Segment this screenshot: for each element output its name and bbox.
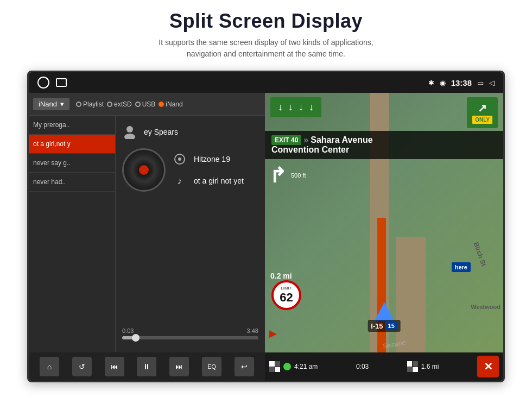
interstate-shield: 15 bbox=[385, 322, 397, 330]
total-time: 3:48 bbox=[247, 327, 258, 334]
next-button[interactable]: ⏭ bbox=[169, 357, 189, 376]
status-time: 13:38 bbox=[451, 78, 472, 87]
distance-display: 0.2 mi bbox=[270, 272, 292, 280]
eq-button[interactable]: EQ bbox=[202, 357, 221, 376]
screen-icon: ▭ bbox=[477, 79, 484, 87]
prev-button[interactable]: ⏮ bbox=[105, 357, 124, 376]
turn-ft: 500 ft bbox=[291, 172, 306, 179]
flag-end-icon bbox=[407, 361, 418, 372]
status-right: ✱ ◉ 13:38 ▭ ◁ bbox=[428, 78, 495, 87]
source-dropdown[interactable]: iNand ▾ bbox=[33, 98, 69, 110]
nav-street: Sahara Avenue bbox=[311, 135, 372, 145]
arrow-2: ↓ bbox=[288, 102, 293, 113]
svg-point-0 bbox=[126, 126, 133, 133]
inand-radio bbox=[159, 102, 164, 107]
only-arrow: ↗ bbox=[478, 102, 487, 115]
source-tab-inand[interactable]: iNand bbox=[159, 100, 182, 108]
bluetooth-icon: ✱ bbox=[428, 79, 434, 87]
only-badge: ONLY bbox=[472, 116, 492, 124]
here-badge: here bbox=[452, 262, 471, 272]
album-row: Hitzone 19 ♪ ot a girl not yet bbox=[122, 148, 258, 192]
song-item-1[interactable]: My preroga.. bbox=[29, 116, 115, 135]
arrow-1: ↓ bbox=[278, 102, 283, 113]
back-button[interactable]: ↩ bbox=[235, 357, 254, 376]
source-bar: iNand ▾ Playlist extSD bbox=[29, 93, 265, 116]
song-item-3[interactable]: never say g.. bbox=[29, 154, 115, 173]
flag-start-icon bbox=[269, 361, 280, 372]
playlist-radio bbox=[76, 102, 81, 107]
location-icon: ◉ bbox=[440, 79, 446, 87]
highway-label: I-15 bbox=[371, 322, 383, 330]
remaining-distance: 1.6 mi bbox=[421, 363, 439, 370]
status-bar: ✱ ◉ 13:38 ▭ ◁ bbox=[29, 72, 503, 93]
turn-arrow-main: ↱ bbox=[269, 163, 287, 187]
green-sign-left: ↓ ↓ ↓ ↓ bbox=[270, 97, 321, 117]
red-direction-arrow: ▶ bbox=[269, 327, 277, 339]
eta-value: 4:21 am bbox=[294, 363, 318, 370]
status-left bbox=[37, 77, 67, 89]
artist-row: ey Spears bbox=[122, 124, 258, 140]
nav-close-button[interactable]: ✕ bbox=[477, 356, 499, 377]
arrow-3: ↓ bbox=[299, 102, 303, 113]
progress-container: 0:03 3:48 bbox=[122, 323, 258, 344]
green-dot bbox=[283, 363, 291, 370]
turn-area: ↱ 500 ft bbox=[269, 163, 306, 187]
song-item-4[interactable]: never had.. bbox=[29, 173, 115, 192]
turn-distance: 500 ft bbox=[291, 172, 306, 179]
music-note-icon: ♪ bbox=[172, 173, 187, 188]
vinyl-disc bbox=[122, 148, 166, 192]
play-pause-button[interactable]: ⏸ bbox=[137, 357, 156, 376]
current-time: 0:03 bbox=[122, 327, 134, 334]
usb-radio bbox=[135, 102, 141, 107]
music-panel: iNand ▾ Playlist extSD bbox=[29, 93, 265, 381]
source-dropdown-label: iNand bbox=[39, 100, 57, 108]
nav-eta: 4:21 am bbox=[269, 361, 318, 372]
source-tab-extsd[interactable]: extSD bbox=[107, 100, 132, 108]
progress-bar[interactable] bbox=[122, 336, 258, 339]
album-sub-row: Hitzone 19 bbox=[172, 152, 244, 167]
nav-elapsed: 0:03 bbox=[356, 363, 369, 370]
music-content-row: My preroga.. ot a girl,not y never say g… bbox=[29, 116, 265, 352]
chevron-down-icon: ▾ bbox=[60, 100, 64, 108]
track-info: ey Spears bbox=[122, 124, 258, 323]
highway-badge: I-15 15 bbox=[368, 320, 401, 332]
image-icon bbox=[56, 78, 67, 87]
exit-label: EXIT 40 bbox=[271, 135, 301, 145]
nav-venue: Convention Center bbox=[271, 145, 497, 155]
home-button[interactable]: ⌂ bbox=[40, 357, 59, 376]
page-title: Split Screen Display bbox=[0, 10, 532, 33]
song-title: ot a girl not yet bbox=[194, 177, 244, 185]
page-header: Split Screen Display It supports the sam… bbox=[0, 0, 532, 65]
nav-info-box: EXIT 40 » Sahara Avenue Convention Cente… bbox=[265, 131, 503, 159]
side-road bbox=[396, 237, 426, 352]
player-area: ey Spears bbox=[116, 116, 265, 352]
arrow-symbol: » bbox=[303, 135, 308, 145]
svg-point-1 bbox=[124, 134, 135, 139]
progress-times: 0:03 3:48 bbox=[122, 327, 258, 334]
album-name: Hitzone 19 bbox=[194, 155, 230, 163]
speed-limit-sign: LIMIT 62 bbox=[271, 280, 301, 310]
source-tab-usb[interactable]: USB bbox=[135, 100, 156, 108]
direction-signs-area: ↓ ↓ ↓ ↓ ↗ ONLY bbox=[265, 97, 503, 128]
progress-thumb[interactable] bbox=[132, 334, 140, 342]
source-tab-playlist[interactable]: Playlist bbox=[76, 100, 104, 108]
disc-icon bbox=[172, 152, 187, 167]
artist-name: ey Spears bbox=[144, 128, 178, 136]
song-list: My preroga.. ot a girl,not y never say g… bbox=[29, 116, 116, 352]
limit-label: LIMIT bbox=[281, 286, 292, 291]
nav-bottom-bar: 4:21 am 0:03 1.6 mi bbox=[265, 352, 503, 381]
repeat-button[interactable]: ↺ bbox=[72, 357, 92, 376]
nav-remaining: 1.6 mi bbox=[407, 361, 439, 372]
westwood-label: Westwood bbox=[471, 304, 501, 310]
extsd-radio bbox=[107, 102, 112, 107]
nav-panel: ↓ ↓ ↓ ↓ ↗ ONLY EXIT 40 bbox=[265, 93, 503, 381]
device-frame: ✱ ◉ 13:38 ▭ ◁ iNand ▾ bbox=[27, 71, 505, 382]
home-circle-icon bbox=[37, 77, 49, 89]
svg-point-3 bbox=[178, 157, 181, 161]
page-subtitle: It supports the same screen display of t… bbox=[0, 37, 532, 60]
source-tabs: Playlist extSD USB iNand bbox=[76, 100, 183, 108]
song-item-2[interactable]: ot a girl,not y bbox=[29, 135, 115, 154]
route-highlight bbox=[377, 218, 386, 352]
person-icon bbox=[122, 124, 137, 140]
green-sign-only: ↗ ONLY bbox=[467, 97, 498, 128]
